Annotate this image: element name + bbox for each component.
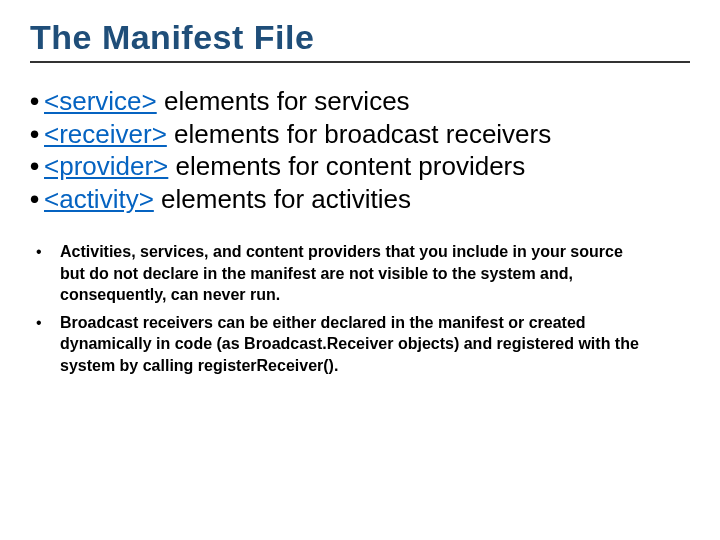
bullet-icon: • bbox=[30, 312, 60, 334]
bullet-icon: • bbox=[30, 118, 44, 151]
list-item: •<provider> elements for content provide… bbox=[30, 150, 690, 183]
element-link-provider[interactable]: <provider> bbox=[44, 151, 168, 181]
bullet-icon: • bbox=[30, 85, 44, 118]
item-text: elements for broadcast receivers bbox=[167, 119, 551, 149]
list-item: •<receiver> elements for broadcast recei… bbox=[30, 118, 690, 151]
bullet-icon: • bbox=[30, 241, 60, 263]
item-text: elements for activities bbox=[154, 184, 411, 214]
page-title: The Manifest File bbox=[30, 18, 690, 57]
slide: The Manifest File •<service> elements fo… bbox=[0, 0, 720, 540]
item-text: elements for services bbox=[157, 86, 410, 116]
main-bullet-list: •<service> elements for services •<recei… bbox=[30, 85, 690, 215]
item-text: elements for content providers bbox=[168, 151, 525, 181]
bullet-icon: • bbox=[30, 150, 44, 183]
sub-bullet-list: • Activities, services, and content prov… bbox=[30, 241, 690, 377]
element-link-activity[interactable]: <activity> bbox=[44, 184, 154, 214]
sub-item-text: Activities, services, and content provid… bbox=[60, 241, 690, 306]
title-divider bbox=[30, 61, 690, 63]
sub-item-text: Broadcast receivers can be either declar… bbox=[60, 312, 690, 377]
list-item: •<activity> elements for activities bbox=[30, 183, 690, 216]
list-item: • Activities, services, and content prov… bbox=[30, 241, 690, 306]
bullet-icon: • bbox=[30, 183, 44, 216]
element-link-receiver[interactable]: <receiver> bbox=[44, 119, 167, 149]
list-item: •<service> elements for services bbox=[30, 85, 690, 118]
list-item: • Broadcast receivers can be either decl… bbox=[30, 312, 690, 377]
element-link-service[interactable]: <service> bbox=[44, 86, 157, 116]
